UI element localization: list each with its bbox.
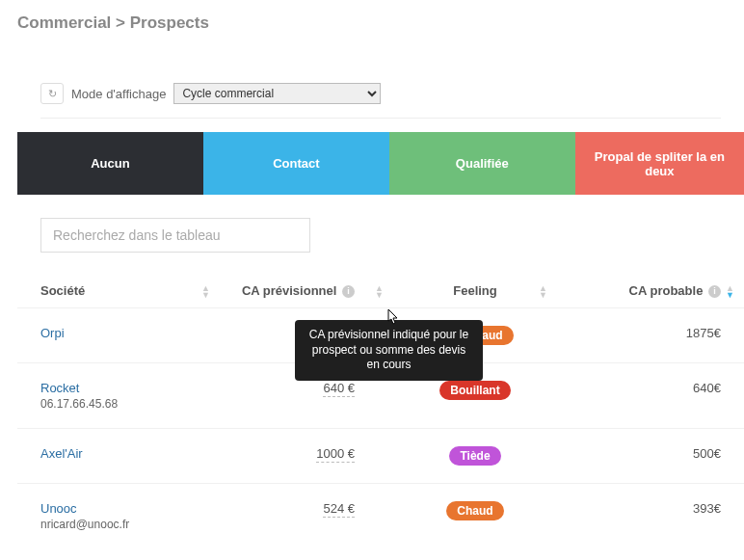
sort-icon[interactable]: ▲▼ bbox=[375, 285, 384, 299]
mode-label: Mode d'affichage bbox=[71, 87, 166, 101]
refresh-button[interactable]: ↻ bbox=[40, 83, 64, 104]
prospect-link[interactable]: Unooc bbox=[40, 501, 77, 516]
col-ca-prob-label: CA probable bbox=[629, 283, 704, 298]
feeling-badge: Tiède bbox=[449, 446, 500, 466]
cell-ca-prob: 1875€ bbox=[557, 308, 744, 363]
tab-propal[interactable]: Propal de spliter la en deux bbox=[575, 132, 744, 195]
cell-societe: Rocket06.17.66.45.68 bbox=[17, 363, 220, 429]
prospect-sub: nricard@unooc.fr bbox=[40, 518, 208, 531]
divider bbox=[40, 118, 721, 119]
cell-ca-prob: 500€ bbox=[557, 429, 744, 484]
breadcrumb-sep: > bbox=[116, 13, 125, 32]
prospect-link[interactable]: Orpi bbox=[40, 326, 65, 340]
refresh-icon: ↻ bbox=[48, 88, 57, 100]
cell-societe: Unoocnricard@unooc.fr bbox=[17, 484, 220, 549]
tab-contact[interactable]: Contact bbox=[203, 132, 389, 195]
cell-ca-prob: 640€ bbox=[557, 363, 744, 429]
col-societe[interactable]: Société ▲▼ bbox=[17, 276, 220, 308]
stage-tabs: Aucun Contact Qualifiée Propal de splite… bbox=[17, 132, 744, 195]
tab-aucun[interactable]: Aucun bbox=[17, 132, 203, 195]
sort-icon[interactable]: ▲▼ bbox=[201, 285, 210, 299]
col-feeling-label: Feeling bbox=[453, 283, 497, 298]
cell-ca-prev[interactable]: 1000 € bbox=[220, 429, 393, 484]
cell-ca-prev[interactable]: 524 € bbox=[220, 484, 393, 549]
col-ca-prev-label: CA prévisionnel bbox=[242, 283, 336, 298]
feeling-badge: Bouillant bbox=[439, 381, 510, 400]
sort-icon[interactable]: ▲▼ bbox=[539, 285, 547, 299]
cell-ca-prob: 393€ bbox=[557, 484, 744, 549]
breadcrumb: Commercial > Prospects bbox=[0, 0, 744, 42]
breadcrumb-part2[interactable]: Prospects bbox=[130, 13, 209, 32]
table-row: Axel'Air1000 €Tiède500€ bbox=[17, 429, 744, 484]
col-ca-probable[interactable]: CA probable i ▲▼ bbox=[557, 276, 744, 308]
table-row: Unoocnricard@unooc.fr524 €Chaud393€ bbox=[17, 484, 744, 549]
info-icon[interactable]: i bbox=[342, 285, 355, 298]
prospect-link[interactable]: Rocket bbox=[40, 381, 79, 395]
info-icon[interactable]: i bbox=[708, 285, 721, 298]
breadcrumb-part1[interactable]: Commercial bbox=[17, 13, 111, 32]
tooltip-ca-previsionnel: CA prévisionnel indiqué pour le prospect… bbox=[295, 320, 483, 381]
cell-feeling: Chaud bbox=[393, 484, 557, 549]
cell-feeling: Tiède bbox=[393, 429, 557, 484]
col-ca-previsionnel[interactable]: CA prévisionnel i ▲▼ bbox=[220, 276, 393, 308]
sort-icon[interactable]: ▲▼ bbox=[726, 285, 734, 299]
prospect-link[interactable]: Axel'Air bbox=[40, 446, 83, 461]
search-input[interactable] bbox=[40, 218, 310, 253]
col-societe-label: Société bbox=[40, 283, 85, 298]
cell-societe: Axel'Air bbox=[17, 429, 220, 484]
col-feeling[interactable]: Feeling ▲▼ bbox=[393, 276, 557, 308]
cell-societe: Orpi bbox=[17, 308, 220, 363]
feeling-badge: Chaud bbox=[446, 501, 503, 520]
prospect-sub: 06.17.66.45.68 bbox=[40, 397, 208, 411]
tab-qualifiee[interactable]: Qualifiée bbox=[389, 132, 575, 195]
mode-select[interactable]: Cycle commercial bbox=[173, 83, 381, 104]
prospects-table: Société ▲▼ CA prévisionnel i ▲▼ Feeling … bbox=[17, 276, 744, 548]
